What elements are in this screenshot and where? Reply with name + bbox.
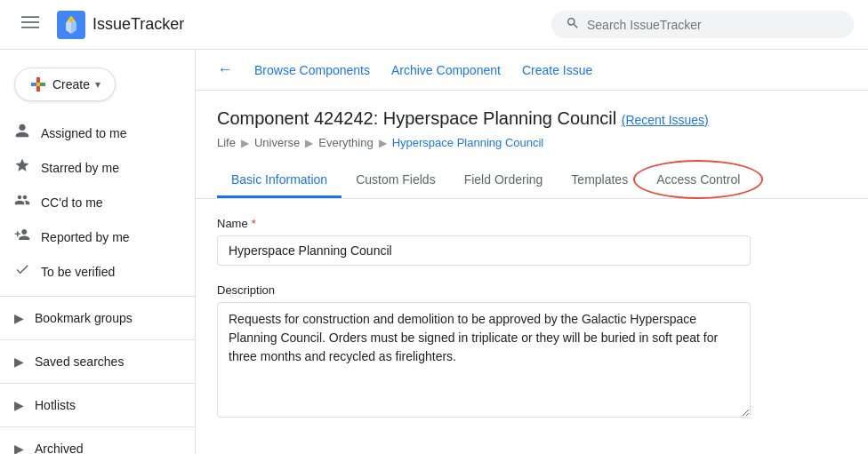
sidebar-divider-3	[0, 383, 195, 384]
breadcrumb-hyperspace[interactable]: Hyperspace Planning Council	[392, 136, 544, 149]
sidebar: Create ▾ Assigned to me Starred by me CC…	[0, 50, 196, 454]
sidebar-divider-2	[0, 339, 195, 340]
tab-field-ordering[interactable]: Field Ordering	[450, 163, 558, 198]
menu-icon[interactable]	[14, 6, 46, 43]
description-label: Description	[217, 283, 847, 297]
sidebar-item-hotlists[interactable]: ▶ Hotlists	[0, 391, 195, 419]
page-title-text: Component 424242: Hyperspace Planning Co…	[217, 108, 616, 128]
tab-basic-information[interactable]: Basic Information	[217, 163, 342, 198]
create-button[interactable]: Create ▾	[14, 68, 116, 101]
expand-icon-bookmarks: ▶	[14, 311, 24, 325]
person-icon	[14, 123, 30, 143]
sidebar-label-archived: Archived	[35, 442, 83, 454]
sidebar-divider-1	[0, 296, 195, 297]
search-bar	[551, 11, 854, 38]
name-field: Name *	[217, 217, 847, 266]
sidebar-label-ccd-to-me: CC'd to me	[41, 195, 103, 210]
tabs-bar: Basic Information Custom Fields Field Or…	[196, 163, 868, 199]
sidebar-label-assigned-to-me: Assigned to me	[41, 126, 127, 140]
sidebar-label-bookmark-groups: Bookmark groups	[35, 311, 133, 325]
breadcrumb-universe[interactable]: Universe	[254, 136, 300, 149]
sub-navigation: ← Browse Components Archive Component Cr…	[196, 50, 868, 91]
recent-issues-link[interactable]: (Recent Issues)	[622, 113, 709, 127]
svg-rect-1	[21, 21, 39, 23]
svg-point-4	[68, 17, 74, 22]
expand-icon-archived: ▶	[14, 442, 24, 454]
sidebar-label-hotlists: Hotlists	[35, 398, 76, 412]
tab-access-control[interactable]: Access Control	[642, 163, 754, 198]
sidebar-item-archived[interactable]: ▶ Archived	[0, 434, 195, 454]
svg-rect-2	[21, 27, 39, 28]
svg-rect-0	[21, 16, 39, 18]
app-logo[interactable]: IssueTracker	[57, 11, 184, 39]
sidebar-item-saved-searches[interactable]: ▶ Saved searches	[0, 347, 195, 376]
subnav-archive-component[interactable]: Archive Component	[391, 63, 501, 77]
tab-templates[interactable]: Templates	[557, 163, 642, 198]
svg-rect-8	[31, 83, 36, 86]
back-button[interactable]: ←	[217, 60, 233, 79]
top-navigation: IssueTracker	[0, 0, 868, 50]
sidebar-item-bookmark-groups[interactable]: ▶ Bookmark groups	[0, 304, 195, 332]
sidebar-label-saved-searches: Saved searches	[35, 354, 124, 369]
search-icon	[566, 16, 580, 33]
check-icon	[14, 261, 30, 282]
expand-icon-hotlists: ▶	[14, 398, 24, 412]
sidebar-label-reported-by-me: Reported by me	[41, 230, 130, 244]
expand-icon-saved-searches: ▶	[14, 354, 24, 369]
breadcrumb-arrow-2: ▶	[305, 137, 313, 149]
create-label: Create	[52, 77, 90, 92]
breadcrumb-life[interactable]: Life	[217, 136, 236, 149]
app-name: IssueTracker	[92, 15, 184, 34]
main-layout: Create ▾ Assigned to me Starred by me CC…	[0, 50, 868, 454]
form-area: Name * Description Requests for construc…	[196, 199, 868, 454]
description-field: Description Requests for construction an…	[217, 283, 847, 420]
sidebar-label-starred-by-me: Starred by me	[41, 161, 119, 175]
create-plus-icon	[29, 76, 47, 93]
create-button-row: Create ▾	[0, 60, 195, 115]
tab-custom-fields[interactable]: Custom Fields	[342, 163, 449, 198]
sidebar-item-assigned-to-me[interactable]: Assigned to me	[0, 115, 188, 150]
breadcrumb-everything[interactable]: Everything	[318, 136, 373, 149]
app-logo-icon	[57, 11, 85, 39]
subnav-create-issue[interactable]: Create Issue	[522, 63, 592, 77]
breadcrumb-arrow-1: ▶	[241, 137, 249, 149]
search-input[interactable]	[587, 18, 840, 32]
people-icon	[14, 192, 30, 212]
sidebar-label-to-be-verified: To be verified	[41, 265, 115, 279]
sidebar-item-to-be-verified[interactable]: To be verified	[0, 254, 188, 289]
subnav-browse-components[interactable]: Browse Components	[254, 63, 370, 77]
svg-rect-7	[36, 83, 40, 86]
page-title: Component 424242: Hyperspace Planning Co…	[217, 108, 847, 129]
description-textarea[interactable]: Requests for construction and demolition…	[217, 302, 751, 418]
name-required-indicator: *	[252, 217, 256, 230]
star-icon	[14, 157, 30, 178]
breadcrumb: Life ▶ Universe ▶ Everything ▶ Hyperspac…	[217, 136, 847, 149]
breadcrumb-arrow-3: ▶	[379, 137, 387, 149]
person-add-icon	[14, 227, 30, 247]
sidebar-item-ccd-to-me[interactable]: CC'd to me	[0, 185, 188, 219]
create-chevron-icon: ▾	[95, 78, 100, 91]
sidebar-divider-4	[0, 426, 195, 427]
sidebar-item-starred-by-me[interactable]: Starred by me	[0, 150, 188, 185]
main-content: ← Browse Components Archive Component Cr…	[196, 50, 868, 454]
page-header: Component 424242: Hyperspace Planning Co…	[196, 91, 868, 149]
name-input[interactable]	[217, 235, 751, 266]
sidebar-item-reported-by-me[interactable]: Reported by me	[0, 219, 188, 254]
name-label: Name *	[217, 217, 847, 230]
